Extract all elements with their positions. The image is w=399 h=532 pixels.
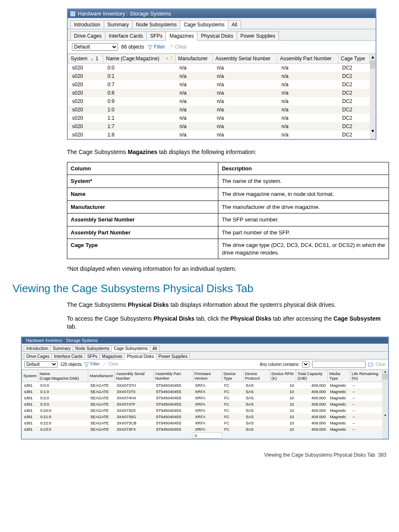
col-manufacturer[interactable]: Manufacturer xyxy=(175,54,212,64)
paragraph-1: The Cage Subsystems Physical Disks tab d… xyxy=(67,301,389,309)
tabs-level-2: Drive CagesInterface CardsSFPsMagazinesP… xyxy=(68,29,376,41)
search-mode-select[interactable] xyxy=(302,361,309,368)
vertical-scrollbar[interactable]: ▴ ▾ xyxy=(370,54,376,139)
funnel-icon xyxy=(84,362,89,367)
table-row[interactable]: s3810:21:0SEAGATE3XX0735GST94504045SXRFA… xyxy=(22,414,382,420)
screenshot-magazines: Hardware Inventory : Storage Systems Int… xyxy=(67,8,376,140)
tab-power-supplies[interactable]: Power Supplies xyxy=(237,31,279,41)
col-total-capacity-gib-[interactable]: Total Capacity (GiB) xyxy=(296,370,328,382)
tab-sfps[interactable]: SFPs xyxy=(146,31,166,41)
object-count: 120 objects xyxy=(60,362,82,367)
tab-node-subsystems[interactable]: Node Subsystems xyxy=(73,345,112,352)
table-row[interactable]: s3810:22:0SEAGATE3XX073CBST94504045SXRFA… xyxy=(22,420,382,426)
col-assembly-serial[interactable]: Assembly Serial Number xyxy=(212,54,277,64)
desc-header-column: Column xyxy=(67,162,218,175)
col-system[interactable]: System xyxy=(22,370,38,382)
tab-drive-cages[interactable]: Drive Cages xyxy=(24,353,52,360)
col-assembly-part-number[interactable]: Assembly Part Number xyxy=(154,370,193,382)
tab-summary[interactable]: Summary xyxy=(104,20,133,29)
col-assembly-part[interactable]: Assembly Part Number xyxy=(277,54,338,64)
tab-introduction[interactable]: Introduction xyxy=(70,20,104,29)
table-row[interactable]: s0200:0n/an/an/aDC2 xyxy=(68,64,370,72)
table-row[interactable]: s0200:1n/an/an/aDC2 xyxy=(68,72,370,80)
screenshot-physical-disks: Hardware Inventory : Storage Systems Int… xyxy=(21,337,389,439)
intro-paragraph: The Cage Subsystems Magazines tab displa… xyxy=(67,148,389,156)
tab-interface-cards[interactable]: Interface Cards xyxy=(51,353,85,360)
tab-power-supplies[interactable]: Power Supplies xyxy=(156,353,190,360)
col-cage-type[interactable]: Cage Type xyxy=(338,54,370,64)
tab-physical-disks[interactable]: Physical Disks xyxy=(197,31,237,41)
table-header-row: System ▲ 1 Name (Cage:Magazine) ▲ 2 Manu… xyxy=(68,54,370,64)
tab-sfps[interactable]: SFPs xyxy=(84,353,100,360)
table-row[interactable]: s0201:1n/an/an/aDC2 xyxy=(68,114,370,122)
filter-select[interactable]: Default xyxy=(72,43,118,51)
tab-all[interactable]: All xyxy=(150,345,159,352)
col-manufacturer[interactable]: Manufacturer xyxy=(88,370,115,382)
description-table: Column Description System*The name of th… xyxy=(67,162,389,259)
tabs-level-2: Drive CagesInterface CardsSFPsMagazinesP… xyxy=(22,352,388,360)
col-media-type[interactable]: Media Type xyxy=(328,370,350,382)
tab-cage-subsystems[interactable]: Cage Subsystems xyxy=(180,20,228,29)
col-assembly-serial-number[interactable]: Assembly Serial Number xyxy=(115,370,154,382)
sort-asc-icon: ▲ 2 xyxy=(164,56,172,60)
col-device-rpm-k-[interactable]: Device RPM (K) xyxy=(270,370,296,382)
svg-rect-0 xyxy=(368,363,373,366)
magazines-table: System ▲ 1 Name (Cage:Magazine) ▲ 2 Manu… xyxy=(68,54,370,139)
table-row[interactable]: s3810:0:0SEAGATE3XX0737HST94504045SXRFAF… xyxy=(22,382,382,388)
tab-all[interactable]: All xyxy=(228,20,241,29)
tab-cage-subsystems[interactable]: Cage Subsystems xyxy=(111,345,150,352)
table-row[interactable]: s0200:7n/an/an/aDC2 xyxy=(68,80,370,89)
col-device-type[interactable]: Device Type xyxy=(222,370,244,382)
tab-introduction[interactable]: Introduction xyxy=(24,345,51,352)
table-row[interactable]: s0201:8n/an/an/aDC2 xyxy=(68,131,370,139)
table-row[interactable]: s0201:7n/an/an/aDC2 xyxy=(68,122,370,131)
tab-drive-cages[interactable]: Drive Cages xyxy=(70,31,105,41)
clear-search-link[interactable]: Clear xyxy=(376,362,386,367)
section-heading: Viewing the Cage Subsystems Physical Dis… xyxy=(13,282,386,295)
col-firmware-version[interactable]: Firmware Version xyxy=(193,370,222,382)
page-number: 383 xyxy=(378,452,386,458)
table-row[interactable]: s0201:0n/an/an/aDC2 xyxy=(68,105,370,114)
table-row[interactable]: s3810:3:0SEAGATE3XX0747FST94504045SXRFAF… xyxy=(22,401,382,407)
status-cell: 0 xyxy=(193,432,222,438)
clear-link[interactable]: Clear xyxy=(169,44,187,50)
tab-magazines[interactable]: Magazines xyxy=(166,31,197,41)
desc-row: Assembly Serial NumberThe SFP serial num… xyxy=(67,213,389,226)
desc-row: NameThe drive magazine name, in node:slo… xyxy=(67,188,389,200)
col-name-cage-magazine-disk-[interactable]: Name (Cage:Magazine:Disk) xyxy=(38,370,88,382)
footer-label: Viewing the Cage Subsystems Physical Dis… xyxy=(264,452,376,458)
clear-link[interactable]: Clear xyxy=(102,362,118,367)
object-count: 66 objects xyxy=(121,44,144,50)
window-title: Hardware Inventory : Storage Systems xyxy=(26,338,98,343)
table-row[interactable]: s3810:20:0SEAGATE3XX0732SST94504045SXRFA… xyxy=(22,407,382,414)
col-device-protocol[interactable]: Device Protocol xyxy=(243,370,270,382)
document-body: The Cage Subsystems Magazines tab displa… xyxy=(67,148,389,273)
table-row[interactable]: s0200:8n/an/an/aDC2 xyxy=(68,89,370,97)
filter-bar: Default 66 objects Filter Clear xyxy=(68,41,376,54)
tab-magazines[interactable]: Magazines xyxy=(100,353,125,360)
sort-asc-icon: ▲ xyxy=(89,57,94,61)
clear-icon xyxy=(102,362,107,367)
tab-summary[interactable]: Summary xyxy=(50,345,73,352)
footnote: *Not displayed when viewing information … xyxy=(67,265,389,273)
table-row[interactable]: s3810:2:0SEAGATE3XX074H4ST94504045SXRFAF… xyxy=(22,395,382,401)
filter-link[interactable]: Filter xyxy=(84,362,100,367)
table-row[interactable]: s3810:1:0SEAGATE3XX072T0ST94504045SXRFAF… xyxy=(22,388,382,395)
col-name[interactable]: Name (Cage:Magazine) ▲ 2 xyxy=(103,54,175,64)
tab-node-subsystems[interactable]: Node Subsystems xyxy=(132,20,180,29)
search-label: Any column contains: xyxy=(260,362,299,367)
col-system[interactable]: System ▲ 1 xyxy=(68,54,103,64)
filter-link[interactable]: Filter xyxy=(148,44,165,50)
desc-row: Assembly Part NumberThe part number of t… xyxy=(67,226,389,239)
tab-physical-disks[interactable]: Physical Disks xyxy=(124,353,156,360)
filter-select[interactable]: Default xyxy=(24,361,58,368)
search-input[interactable] xyxy=(312,361,366,368)
vertical-scrollbar[interactable]: ▴ ▾ xyxy=(382,370,388,439)
tab-interface-cards[interactable]: Interface Cards xyxy=(105,31,147,41)
col-life-remaining-[interactable]: Life Remaining (%) xyxy=(350,370,382,382)
table-row[interactable]: s3810:23:0SEAGATE3XX073FXST94504045SXRFA… xyxy=(22,426,382,433)
export-icon[interactable] xyxy=(368,362,373,367)
table-header-row: SystemName (Cage:Magazine:Disk)Manufactu… xyxy=(22,370,382,382)
window-title-bar: Hardware Inventory : Storage Systems xyxy=(22,337,388,344)
table-row[interactable]: s0200:9n/an/an/aDC2 xyxy=(68,97,370,105)
